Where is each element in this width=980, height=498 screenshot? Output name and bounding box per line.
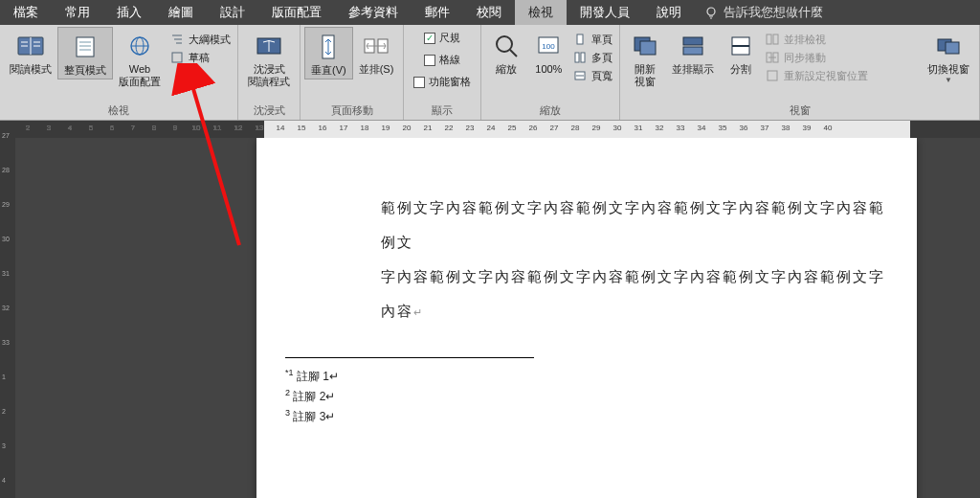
navpane-label: 功能窗格	[429, 75, 471, 89]
ruler-checkbox[interactable]: ✓ 尺規	[421, 29, 463, 47]
one-page-button[interactable]: 單頁	[569, 31, 615, 48]
group-immersive: 沈浸式 閱讀程式 沈浸式	[238, 25, 301, 120]
navpane-checkbox[interactable]: 功能窗格	[411, 73, 474, 91]
footnote-text: 註腳 1	[294, 370, 329, 383]
split-label: 分割	[730, 63, 751, 76]
vertical-label: 垂直(V)	[311, 64, 346, 77]
tab-home[interactable]: 常用	[52, 0, 103, 25]
multi-page-label: 多頁	[591, 51, 612, 65]
new-window-icon	[630, 31, 660, 61]
paragraph-mark-icon: ↵	[329, 370, 339, 383]
tab-review[interactable]: 校閱	[463, 0, 515, 25]
group-zoom-label: 縮放	[485, 103, 615, 120]
paragraph-mark-icon: ↵	[325, 390, 335, 403]
document-pane[interactable]: 範例文字內容範例文字內容範例文字內容範例文字內容範例文字內容範例文 字內容範例文…	[15, 138, 980, 498]
gridlines-label: 格線	[439, 53, 460, 67]
chevron-down-icon: ▼	[945, 76, 952, 84]
vertical-icon	[313, 32, 344, 62]
magnifier-icon	[491, 31, 522, 61]
page-width-icon	[572, 68, 588, 83]
group-window: 開新 視窗 並排顯示 分割 並排檢視 同步捲動	[620, 25, 980, 120]
multi-page-icon	[572, 50, 588, 65]
vertical-ruler: 272829303132331234	[0, 121, 15, 498]
draft-label: 草稿	[189, 51, 210, 65]
footnote-row: 2 註腳 2↵	[285, 386, 917, 406]
paragraph-line: 字內容範例文字內容範例文字內容範例文字內容範例文字內容範例文字內容	[381, 268, 885, 319]
side-icon	[361, 31, 391, 61]
group-window-label: 視窗	[624, 103, 975, 120]
multi-page-button[interactable]: 多頁	[569, 49, 615, 66]
workspace: 272829303132331234 123456789101112131415…	[0, 121, 980, 498]
footnote-text: 註腳 3	[290, 410, 325, 423]
one-page-icon	[572, 32, 588, 47]
one-page-label: 單頁	[591, 33, 612, 47]
tab-mailings[interactable]: 郵件	[412, 0, 463, 25]
footnote-row: 3 註腳 3↵	[285, 406, 917, 426]
web-layout-icon	[124, 31, 155, 61]
switch-window-button[interactable]: 切換視窗 ▼	[922, 27, 975, 86]
split-icon	[725, 31, 756, 61]
svg-rect-29	[575, 53, 579, 62]
tab-insert[interactable]: 插入	[103, 0, 155, 25]
side-view-icon	[765, 32, 780, 47]
horizontal-ruler: 1234567891011121314151617181920212223242…	[15, 121, 980, 138]
read-mode-label: 閱讀模式	[10, 63, 52, 76]
new-window-button[interactable]: 開新 視窗	[624, 27, 666, 90]
footnotes: *1 註腳 1↵ 2 註腳 2↵ 3 註腳 3↵	[256, 366, 917, 427]
split-button[interactable]: 分割	[720, 27, 762, 78]
tab-layout[interactable]: 版面配置	[258, 0, 335, 25]
ruler-label: 尺規	[439, 31, 460, 45]
reset-window-label: 重新設定視窗位置	[784, 69, 868, 83]
print-layout-button[interactable]: 整頁模式	[57, 27, 113, 79]
side-label: 並排(S)	[359, 63, 394, 76]
zoom100-label: 100%	[535, 63, 562, 76]
ribbon: 閱讀模式 整頁模式 Web 版面配置 大綱模式	[0, 25, 980, 121]
reset-window-icon	[765, 68, 780, 83]
outline-icon	[169, 32, 185, 47]
svg-rect-19	[172, 53, 182, 62]
zoom-button[interactable]: 縮放	[485, 27, 527, 78]
svg-rect-30	[581, 53, 585, 62]
arrange-icon	[678, 31, 708, 61]
vertical-button[interactable]: 垂直(V)	[304, 27, 353, 79]
read-mode-button[interactable]: 閱讀模式	[4, 27, 57, 78]
tab-developer[interactable]: 開發人員	[567, 0, 643, 25]
group-show: ✓ 尺規 格線 功能窗格 顯示	[404, 25, 481, 120]
svg-rect-34	[683, 37, 702, 45]
side-button[interactable]: 並排(S)	[353, 27, 400, 78]
web-layout-label: Web 版面配置	[119, 63, 161, 88]
side-view-label: 並排檢視	[784, 33, 826, 47]
svg-rect-9	[77, 37, 94, 57]
immersive-reader-icon	[254, 31, 284, 61]
tab-file[interactable]: 檔案	[0, 0, 52, 25]
menu-tabstrip: 檔案 常用 插入 繪圖 設計 版面配置 參考資料 郵件 校閱 檢視 開發人員 說…	[0, 0, 980, 25]
svg-line-25	[510, 50, 517, 57]
tab-design[interactable]: 設計	[207, 0, 258, 25]
immersive-reader-label: 沈浸式 閱讀程式	[248, 63, 290, 88]
gridlines-checkbox[interactable]: 格線	[421, 51, 463, 69]
page-width-button[interactable]: 頁寬	[569, 67, 615, 84]
tab-references[interactable]: 參考資料	[335, 0, 412, 25]
svg-point-0	[707, 8, 715, 15]
tab-view[interactable]: 檢視	[515, 0, 567, 25]
zoom100-button[interactable]: 100 100%	[527, 27, 569, 78]
outline-label: 大綱模式	[189, 33, 231, 47]
group-show-label: 顯示	[408, 103, 477, 120]
outline-button[interactable]: 大綱模式	[167, 31, 234, 48]
immersive-reader-button[interactable]: 沈浸式 閱讀程式	[242, 27, 296, 90]
checkbox-icon	[413, 77, 425, 88]
group-zoom: 縮放 100 100% 單頁 多頁 頁寬	[481, 25, 620, 120]
draft-icon	[169, 50, 185, 65]
tab-help[interactable]: 說明	[643, 0, 695, 25]
tab-draw[interactable]: 繪圖	[155, 0, 207, 25]
tell-me-search[interactable]: 告訴我您想做什麼	[695, 0, 833, 25]
reset-window-button: 重新設定視窗位置	[762, 67, 886, 84]
checkbox-icon: ✓	[424, 33, 435, 44]
arrange-button[interactable]: 並排顯示	[666, 27, 720, 78]
draft-button[interactable]: 草稿	[167, 49, 234, 66]
svg-rect-38	[767, 34, 771, 44]
svg-rect-39	[773, 34, 778, 44]
web-layout-button[interactable]: Web 版面配置	[113, 27, 167, 90]
side-view-button: 並排檢視	[762, 31, 886, 48]
new-window-label: 開新 視窗	[635, 63, 656, 88]
